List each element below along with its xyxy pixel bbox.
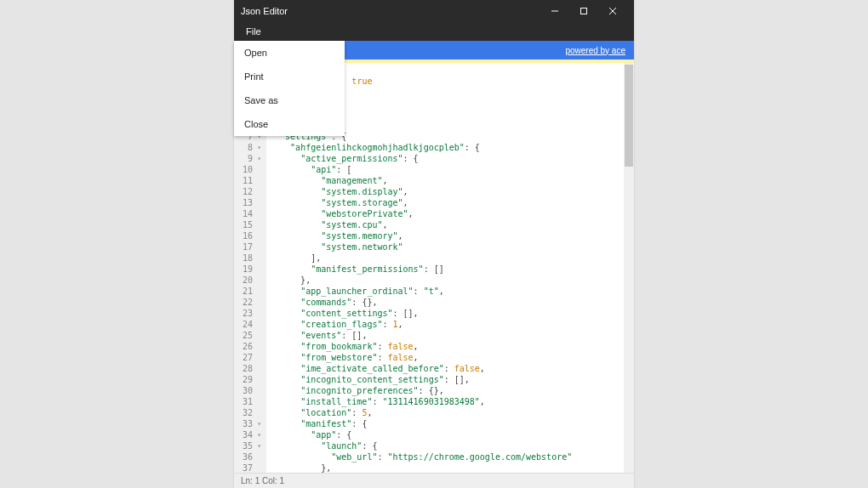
menu-save-as[interactable]: Save as bbox=[234, 88, 345, 112]
gutter-line: 10 bbox=[234, 164, 265, 175]
code-line: }, bbox=[270, 462, 624, 473]
titlebar: Json Editor bbox=[234, 0, 634, 22]
menu-open[interactable]: Open bbox=[234, 41, 345, 65]
svg-rect-1 bbox=[581, 9, 587, 14]
gutter-line: 29 bbox=[234, 374, 265, 385]
gutter-line: 24 bbox=[234, 319, 265, 330]
gutter-line: 11 bbox=[234, 175, 265, 186]
code-line: "management", bbox=[270, 175, 624, 186]
code-line: "location": 5, bbox=[270, 407, 624, 418]
code-line: "ime_activate_called_before": false, bbox=[270, 363, 624, 374]
code-line: "app": { bbox=[270, 429, 624, 440]
gutter-line: 25 bbox=[234, 330, 265, 341]
maximize-button[interactable] bbox=[569, 0, 598, 22]
code-line: "api": [ bbox=[270, 164, 624, 175]
gutter-line: 31 bbox=[234, 396, 265, 407]
code-line: "system.cpu", bbox=[270, 219, 624, 230]
gutter-line: 28 bbox=[234, 363, 265, 374]
gutter-line: 27 bbox=[234, 352, 265, 363]
fold-icon[interactable]: ▾ bbox=[254, 429, 261, 440]
gutter-line: 30 bbox=[234, 385, 265, 396]
gutter-line: 21 bbox=[234, 286, 265, 297]
gutter-line: 33▾ bbox=[234, 418, 265, 429]
status-text: Ln: 1 Col: 1 bbox=[241, 476, 284, 485]
code-line: "manifest": { bbox=[270, 418, 624, 429]
gutter-line: 35▾ bbox=[234, 440, 265, 451]
gutter-line: 9▾ bbox=[234, 153, 265, 164]
fold-icon[interactable]: ▾ bbox=[254, 440, 261, 451]
gutter-line: 17 bbox=[234, 241, 265, 253]
code-line: "app_launcher_ordinal": "t", bbox=[270, 286, 624, 297]
fold-icon[interactable]: ▾ bbox=[254, 418, 261, 429]
code-line: "manifest_permissions": [] bbox=[270, 264, 624, 275]
code-line: "system.storage", bbox=[270, 197, 624, 208]
code-line: }, bbox=[270, 275, 624, 286]
fold-icon[interactable]: ▾ bbox=[254, 142, 261, 153]
menu-close[interactable]: Close bbox=[234, 112, 345, 136]
scrollbar-thumb[interactable] bbox=[625, 65, 633, 167]
code-line: "active_permissions": { bbox=[270, 153, 624, 164]
close-button[interactable] bbox=[598, 0, 627, 22]
menu-print[interactable]: Print bbox=[234, 65, 345, 88]
gutter-line: 23 bbox=[234, 308, 265, 319]
menubar: File bbox=[234, 22, 634, 41]
gutter-line: 14 bbox=[234, 208, 265, 219]
file-dropdown: Open Print Save as Close bbox=[234, 41, 345, 136]
window-title: Json Editor bbox=[241, 6, 540, 16]
fold-icon[interactable]: ▾ bbox=[254, 153, 261, 164]
gutter-line: 34▾ bbox=[234, 429, 265, 440]
gutter-line: 20 bbox=[234, 275, 265, 286]
code-line: "content_settings": [], bbox=[270, 308, 624, 319]
code-line: "from_bookmark": false, bbox=[270, 341, 624, 352]
gutter-line: 18 bbox=[234, 253, 265, 264]
gutter-line: 36 bbox=[234, 451, 265, 462]
gutter-line: 8▾ bbox=[234, 142, 265, 153]
gutter-line: 19 bbox=[234, 264, 265, 275]
code-line: "commands": {}, bbox=[270, 297, 624, 308]
status-bar: Ln: 1 Col: 1 bbox=[234, 473, 634, 488]
code-line: "system.network" bbox=[270, 241, 624, 253]
file-menu[interactable]: File bbox=[241, 25, 266, 38]
gutter-line: 32 bbox=[234, 407, 265, 418]
code-line: "incognito_preferences": {}, bbox=[270, 385, 624, 396]
gutter-line: 12 bbox=[234, 186, 265, 197]
powered-by-link[interactable]: powered by ace bbox=[565, 46, 625, 55]
gutter-line: 13 bbox=[234, 197, 265, 208]
app-window: Json Editor File Open Print Save as Clos… bbox=[234, 0, 634, 488]
code-line: "launch": { bbox=[270, 440, 624, 451]
minimize-button[interactable] bbox=[540, 0, 569, 22]
gutter-line: 15 bbox=[234, 219, 265, 230]
code-line: "web_url": "https://chrome.google.com/we… bbox=[270, 451, 624, 462]
code-line: "system.memory", bbox=[270, 230, 624, 241]
code-line: "ahfgeienlihckogmohjhadlkjgocpleb": { bbox=[270, 142, 624, 153]
code-line: "from_webstore": false, bbox=[270, 352, 624, 363]
code-line: "creation_flags": 1, bbox=[270, 319, 624, 330]
code-line: ], bbox=[270, 253, 624, 264]
code-line: "install_time": "13114169031983498", bbox=[270, 396, 624, 407]
vertical-scrollbar[interactable] bbox=[624, 63, 634, 473]
gutter-line: 37 bbox=[234, 462, 265, 473]
gutter-line: 22 bbox=[234, 297, 265, 308]
code-line: "events": [], bbox=[270, 330, 624, 341]
gutter-line: 26 bbox=[234, 341, 265, 352]
gutter-line: 16 bbox=[234, 230, 265, 241]
code-line: "webstorePrivate", bbox=[270, 208, 624, 219]
code-line: "system.display", bbox=[270, 186, 624, 197]
code-line: "incognito_content_settings": [], bbox=[270, 374, 624, 385]
